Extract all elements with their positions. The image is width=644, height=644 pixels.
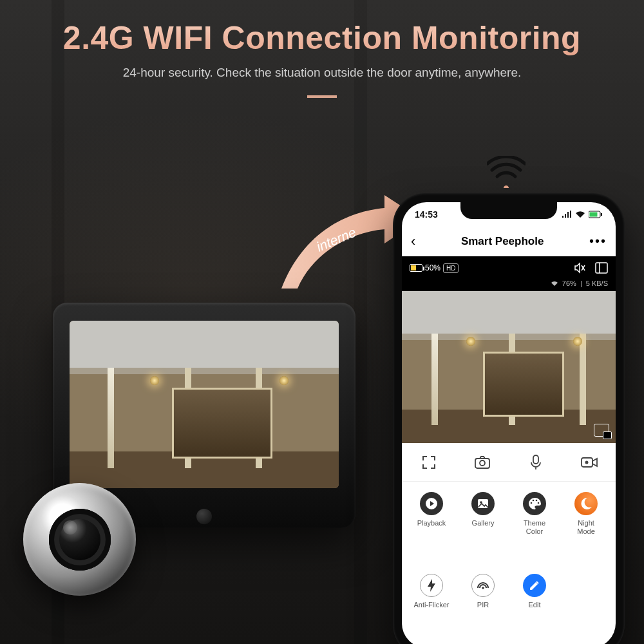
svg-rect-11 bbox=[478, 499, 488, 508]
theme-icon bbox=[523, 492, 546, 515]
snapshot-button[interactable] bbox=[473, 453, 491, 471]
status-time: 14:53 bbox=[415, 209, 438, 220]
svg-point-6 bbox=[480, 460, 485, 466]
camera-lens bbox=[49, 509, 111, 571]
svg-rect-2 bbox=[601, 213, 602, 216]
video-panel: 50% HD 76% | 5 KB/S bbox=[402, 256, 616, 443]
pip-icon[interactable] bbox=[594, 424, 609, 437]
svg-point-9 bbox=[585, 460, 588, 464]
edit-icon bbox=[523, 574, 546, 597]
record-button[interactable] bbox=[580, 453, 598, 471]
monitor-screen bbox=[70, 321, 339, 488]
feature-grid: PlaybackGalleryThemeColorNightModeAnti-F… bbox=[402, 482, 616, 644]
svg-point-16 bbox=[538, 502, 540, 504]
hero: 2.4G WIFI Connection Monitoring 24-hour … bbox=[0, 0, 644, 98]
feature-playback[interactable]: Playback bbox=[406, 492, 457, 567]
layout-icon[interactable] bbox=[595, 262, 608, 274]
phone-notch bbox=[460, 202, 557, 219]
network-bar: 76% | 5 KB/S bbox=[402, 279, 616, 291]
svg-rect-7 bbox=[533, 455, 538, 464]
svg-point-17 bbox=[482, 587, 484, 590]
wifi-small-icon bbox=[551, 280, 558, 287]
hero-title: 2.4G WIFI Connection Monitoring bbox=[26, 19, 618, 57]
battery-status-icon bbox=[589, 211, 603, 218]
svg-rect-1 bbox=[590, 213, 598, 217]
hd-badge: HD bbox=[443, 263, 459, 273]
pir-label: PIR bbox=[477, 601, 489, 609]
playback-label: Playback bbox=[417, 519, 446, 527]
theme-label: ThemeColor bbox=[524, 519, 545, 535]
app-title: Smart Peephole bbox=[461, 235, 544, 248]
antiflicker-label: Anti-Flicker bbox=[413, 601, 449, 609]
antiflicker-icon bbox=[420, 574, 443, 597]
video-feed[interactable] bbox=[402, 291, 616, 443]
more-button[interactable]: ••• bbox=[589, 234, 607, 249]
gallery-icon bbox=[471, 492, 495, 515]
svg-point-15 bbox=[536, 500, 538, 502]
wifi-icon bbox=[487, 156, 526, 188]
signal-icon bbox=[562, 211, 572, 218]
hero-divider bbox=[307, 95, 337, 98]
app-header: ‹ Smart Peephole ••• bbox=[402, 227, 616, 256]
edit-label: Edit bbox=[529, 601, 541, 609]
mute-icon[interactable] bbox=[573, 261, 586, 274]
feature-antiflicker[interactable]: Anti-Flicker bbox=[406, 574, 457, 641]
pir-icon bbox=[471, 574, 495, 597]
hero-subtitle: 24-hour security. Check the situation ou… bbox=[26, 66, 618, 80]
feature-pir[interactable]: PIR bbox=[457, 574, 509, 641]
fullscreen-button[interactable] bbox=[420, 453, 438, 471]
svg-rect-3 bbox=[596, 263, 607, 273]
night-icon bbox=[574, 492, 598, 515]
mic-button[interactable] bbox=[527, 453, 545, 471]
feature-gallery[interactable]: Gallery bbox=[457, 492, 509, 567]
toolbar bbox=[402, 443, 616, 482]
playback-icon bbox=[420, 492, 443, 515]
porch-scene bbox=[70, 321, 339, 488]
feature-edit[interactable]: Edit bbox=[509, 574, 560, 641]
wifi-status-icon bbox=[575, 211, 585, 218]
night-label: NightMode bbox=[577, 519, 595, 535]
feature-night[interactable]: NightMode bbox=[560, 492, 612, 567]
battery-badge: 50% HD bbox=[410, 263, 459, 273]
svg-point-14 bbox=[533, 500, 535, 502]
feature-theme[interactable]: ThemeColor bbox=[509, 492, 560, 567]
phone: 14:53 ‹ Smart Peephole ••• 50% HD bbox=[393, 193, 625, 644]
monitor-home-button[interactable] bbox=[196, 509, 212, 524]
peephole-camera bbox=[23, 483, 136, 596]
svg-point-13 bbox=[531, 502, 533, 504]
back-button[interactable]: ‹ bbox=[411, 233, 415, 250]
gallery-label: Gallery bbox=[472, 519, 495, 527]
